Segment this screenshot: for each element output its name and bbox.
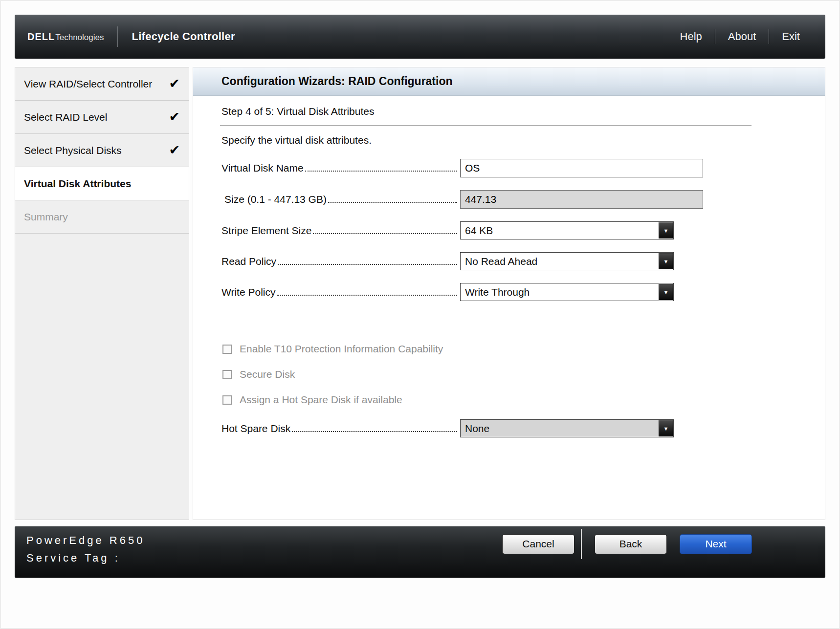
app-title: Lifecycle Controller: [132, 30, 235, 43]
t10-protection-checkbox[interactable]: [222, 345, 232, 354]
read-policy-dropdown[interactable]: No Read Ahead ▼: [460, 252, 674, 270]
write-policy-label: Write Policy: [221, 286, 275, 298]
content-area: View RAID/Select Controller ✔ Select RAI…: [15, 67, 825, 520]
cancel-button[interactable]: Cancel: [502, 534, 575, 554]
t10-protection-label: Enable T10 Protection Information Capabi…: [240, 343, 443, 355]
dell-logo-text: DELL: [27, 31, 55, 43]
sidebar-item-summary: Summary: [15, 200, 189, 234]
sidebar-item-label: Virtual Disk Attributes: [24, 178, 131, 190]
secure-disk-label: Secure Disk: [240, 369, 295, 380]
virtual-disk-name-input[interactable]: [460, 159, 703, 177]
lifecycle-controller-window: DELL Technologies Lifecycle Controller H…: [0, 0, 840, 629]
dell-logo-subtext: Technologies: [55, 33, 104, 43]
section-divider: [220, 125, 752, 126]
instruction-text: Specify the virtual disk attributes.: [221, 134, 825, 146]
t10-protection-checkbox-row: Enable T10 Protection Information Capabi…: [222, 343, 825, 355]
main-panel-header: Configuration Wizards: RAID Configuratio…: [193, 67, 825, 96]
chevron-down-icon[interactable]: ▼: [659, 222, 673, 239]
hot-spare-disk-value: None: [465, 423, 489, 434]
stripe-element-size-row: Stripe Element Size 64 KB ▼: [221, 221, 825, 239]
help-menu-item[interactable]: Help: [667, 30, 715, 43]
size-row: Size (0.1 - 447.13 GB): [221, 190, 825, 209]
secure-disk-checkbox-row: Secure Disk: [222, 369, 825, 380]
step-indicator: Step 4 of 5: Virtual Disk Attributes: [221, 106, 825, 117]
dotted-leader: [313, 233, 457, 234]
sidebar-item-select-raid-level[interactable]: Select RAID Level ✔: [15, 101, 189, 134]
check-icon: ✔: [169, 77, 180, 90]
top-menu: Help About Exit: [667, 29, 813, 44]
dotted-leader: [305, 171, 457, 172]
check-icon: ✔: [169, 110, 180, 124]
dell-technologies-logo: DELL Technologies: [27, 31, 104, 43]
read-policy-value: No Read Ahead: [465, 256, 537, 267]
chevron-down-icon[interactable]: ▼: [659, 253, 673, 269]
dotted-leader: [277, 295, 457, 296]
dotted-leader: [292, 431, 457, 432]
footer-bar: PowerEdge R650 Service Tag : Cancel Back…: [15, 526, 825, 578]
assign-hot-spare-label: Assign a Hot Spare Disk if available: [240, 394, 402, 406]
check-icon: ✔: [169, 144, 180, 157]
size-input: [460, 190, 703, 209]
chevron-down-icon[interactable]: ▼: [659, 284, 673, 300]
sidebar-item-label: Select RAID Level: [24, 111, 107, 123]
chevron-down-icon: ▼: [659, 420, 673, 436]
sidebar-item-label: Select Physical Disks: [24, 145, 122, 156]
hot-spare-disk-dropdown: None ▼: [460, 419, 674, 437]
sidebar-item-label: View RAID/Select Controller: [24, 78, 152, 90]
virtual-disk-name-row: Virtual Disk Name: [221, 159, 825, 177]
stripe-element-size-dropdown[interactable]: 64 KB ▼: [460, 221, 674, 239]
top-header-bar: DELL Technologies Lifecycle Controller H…: [15, 15, 825, 59]
next-button[interactable]: Next: [680, 534, 752, 554]
virtual-disk-name-label: Virtual Disk Name: [221, 162, 304, 174]
assign-hot-spare-checkbox-row: Assign a Hot Spare Disk if available: [222, 394, 825, 406]
dotted-leader: [278, 264, 457, 265]
virtual-disk-attributes-form: Virtual Disk Name Size (0.1 - 447.13 GB)…: [193, 159, 825, 437]
size-label: Size (0.1 - 447.13 GB): [224, 194, 327, 205]
read-policy-row: Read Policy No Read Ahead ▼: [221, 252, 825, 270]
page-title: Configuration Wizards: RAID Configuratio…: [221, 75, 453, 88]
assign-hot-spare-checkbox[interactable]: [222, 395, 232, 405]
write-policy-row: Write Policy Write Through ▼: [221, 283, 825, 301]
wizard-steps-sidebar: View RAID/Select Controller ✔ Select RAI…: [15, 67, 189, 520]
exit-menu-item[interactable]: Exit: [769, 30, 813, 43]
stripe-element-size-label: Stripe Element Size: [221, 225, 311, 237]
footer-buttons: Cancel Back Next: [502, 534, 752, 554]
header-divider: [117, 26, 118, 47]
read-policy-label: Read Policy: [221, 256, 276, 267]
write-policy-value: Write Through: [465, 286, 530, 298]
stripe-element-size-value: 64 KB: [465, 225, 493, 237]
secure-disk-checkbox[interactable]: [222, 370, 232, 379]
sidebar-item-select-physical-disks[interactable]: Select Physical Disks ✔: [15, 134, 189, 167]
dotted-leader: [328, 202, 457, 203]
main-panel: Configuration Wizards: RAID Configuratio…: [193, 67, 825, 520]
back-button[interactable]: Back: [595, 534, 667, 554]
about-menu-item[interactable]: About: [715, 30, 769, 43]
write-policy-dropdown[interactable]: Write Through ▼: [460, 283, 674, 301]
hot-spare-disk-row: Hot Spare Disk None ▼: [221, 419, 825, 437]
options-checkbox-group: Enable T10 Protection Information Capabi…: [222, 343, 825, 406]
sidebar-item-virtual-disk-attributes[interactable]: Virtual Disk Attributes: [15, 167, 189, 200]
sidebar-item-label: Summary: [24, 211, 68, 223]
hot-spare-disk-label: Hot Spare Disk: [221, 423, 290, 434]
sidebar-item-view-raid-select-controller[interactable]: View RAID/Select Controller ✔: [15, 67, 189, 101]
button-divider: [581, 529, 582, 559]
